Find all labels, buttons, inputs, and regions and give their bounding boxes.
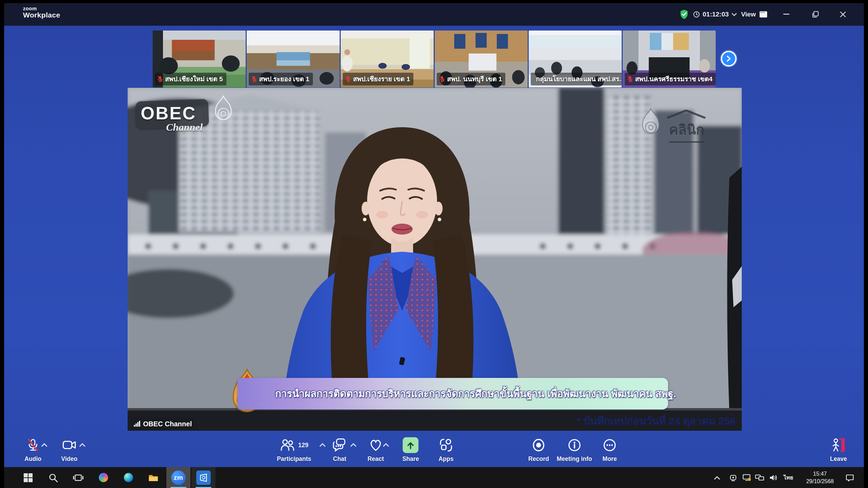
tray-volume-button[interactable] [767, 467, 781, 488]
share-label: Share [402, 455, 419, 463]
participant-name: สพป.เชียงราย เขต 1 [353, 74, 410, 84]
meeting-info-button[interactable]: Meeting info [556, 437, 592, 463]
video-thumbnail[interactable]: กลุ่มนโยบายและแผน สพป.สร... [529, 31, 622, 87]
video-thumbnail[interactable]: สพป.เชียงราย เขต 1 [341, 31, 434, 87]
audio-label: Audio [24, 455, 42, 463]
view-label: View [741, 11, 756, 18]
clinic-watermark-text: คลินิก [669, 119, 704, 143]
record-button[interactable]: Record [528, 437, 549, 463]
participant-name: สพป. นนทบุรี เขต 1 [447, 74, 502, 84]
tray-display-button[interactable] [740, 467, 754, 488]
edge-button[interactable] [118, 467, 139, 488]
muted-mic-icon [345, 76, 351, 82]
leave-button[interactable]: Leave [830, 437, 847, 463]
zoom-app-icon: zm [171, 471, 186, 485]
participants-count: 129 [298, 442, 308, 449]
video-thumbnail[interactable]: สพป.เชียงใหม่ เขต 5 [153, 31, 246, 87]
caption-banner: การนำผลการติดตามการบริหารและการจัดการศึก… [237, 378, 668, 409]
start-button[interactable] [18, 467, 38, 488]
participants-button[interactable]: 129 Participants [277, 437, 311, 463]
view-grid-icon [759, 11, 767, 18]
caption-text: การนำผลการติดตามการบริหารและการจัดการศึก… [275, 386, 676, 402]
obec-logo-subtext: Channel [166, 121, 203, 133]
video-filmstrip: สพป.เชียงใหม่ เขต 5 สพป.ระยอง เขต 1 [153, 31, 716, 87]
chat-menu-chevron[interactable] [350, 443, 357, 447]
participant-label: สพป.เชียงราย เขต 1 [343, 73, 413, 85]
chat-button[interactable]: Chat [332, 437, 348, 463]
language-indicator[interactable]: ไทย [784, 467, 793, 488]
participants-menu-chevron[interactable] [319, 443, 326, 447]
participant-label: กลุ่มนโยบายและแผน สพป.สร... [531, 73, 622, 85]
participant-name: สพป.ระยอง เขต 1 [259, 74, 309, 84]
restore-icon [812, 11, 819, 18]
video-button[interactable]: Video [61, 437, 77, 463]
audio-menu-chevron[interactable] [41, 443, 48, 447]
signal-bars-icon [133, 421, 140, 427]
more-label: More [602, 455, 617, 463]
view-button[interactable]: View [741, 3, 767, 26]
security-shield-button[interactable] [679, 3, 689, 26]
react-button[interactable]: React [367, 437, 384, 463]
audio-button[interactable]: Audio [24, 437, 42, 463]
apps-icon [438, 437, 454, 453]
zoom-app-button[interactable]: zm [166, 467, 190, 488]
clock-time: 15:47 [813, 470, 827, 478]
react-menu-chevron[interactable] [383, 443, 389, 447]
tray-camera-icon [729, 474, 737, 482]
record-label: Record [528, 455, 549, 463]
edge-icon [124, 473, 133, 482]
presentation-app-button[interactable] [191, 467, 215, 488]
roof-watermark-icon [666, 110, 707, 119]
search-button[interactable] [43, 467, 63, 488]
tray-expand-button[interactable] [710, 467, 724, 488]
next-page-button[interactable] [721, 51, 737, 67]
participant-name: สพป.นครศรีธรรมราช เขต4 [635, 74, 713, 84]
minimize-icon [783, 14, 789, 15]
video-thumbnail[interactable]: สพป.ระยอง เขต 1 [247, 31, 340, 87]
share-button[interactable]: Share [402, 437, 419, 463]
close-button[interactable] [834, 3, 852, 26]
task-view-button[interactable] [68, 467, 89, 488]
participant-name: สพป.เชียงใหม่ เขต 5 [165, 74, 223, 84]
close-icon [840, 11, 846, 17]
file-explorer-button[interactable] [143, 467, 164, 488]
participant-name: กลุ่มนโยบายและแผน สพป.สร... [536, 74, 622, 84]
record-icon [531, 437, 547, 453]
minimize-button[interactable] [778, 3, 795, 26]
participant-label: สพป.นครศรีธรรมราช เขต4 [625, 73, 716, 85]
leave-label: Leave [830, 455, 847, 463]
apps-button[interactable]: Apps [438, 437, 454, 463]
video-thumbnail[interactable]: สพป.นครศรีธรรมราช เขต4 [623, 31, 716, 87]
muted-mic-icon [439, 76, 445, 82]
video-thumbnail[interactable]: สพป. นนทบุรี เขต 1 [435, 31, 528, 87]
chevron-right-icon [726, 55, 732, 62]
main-video[interactable]: OBEC Channel คลินิก [128, 88, 742, 431]
react-label: React [367, 455, 384, 463]
taskbar-clock[interactable]: 15:47 29/10/2568 [806, 467, 834, 488]
security-shield-icon [679, 9, 689, 20]
video-menu-chevron[interactable] [79, 443, 86, 447]
action-center-button[interactable] [842, 467, 857, 488]
share-screen-icon [403, 437, 419, 453]
more-button[interactable]: More [602, 437, 618, 463]
tray-camera-button[interactable] [726, 467, 740, 488]
tray-volume-icon [769, 474, 778, 482]
obec-channel-logo: OBEC Channel [136, 95, 242, 136]
zoom-window: zoom Workplace 01:12:03 View [4, 3, 864, 488]
muted-mic-icon [627, 76, 633, 82]
maximize-button[interactable] [807, 3, 824, 26]
more-icon [602, 437, 618, 453]
participant-label: สพป.ระยอง เขต 1 [249, 73, 313, 85]
meeting-timer[interactable]: 01:12:03 [693, 3, 737, 26]
tray-monitors-button[interactable] [753, 467, 767, 488]
zoom-workplace-logo: zoom Workplace [23, 6, 60, 19]
copilot-button[interactable] [93, 467, 114, 488]
video-label: Video [61, 455, 77, 463]
timer-value: 01:12:03 [703, 11, 729, 18]
search-icon [48, 473, 58, 483]
windows-logo-icon [23, 473, 33, 483]
chevron-up-icon [714, 475, 720, 480]
task-view-icon [73, 474, 83, 482]
info-icon [566, 437, 582, 453]
participant-nametag: OBEC Channel [130, 418, 196, 430]
